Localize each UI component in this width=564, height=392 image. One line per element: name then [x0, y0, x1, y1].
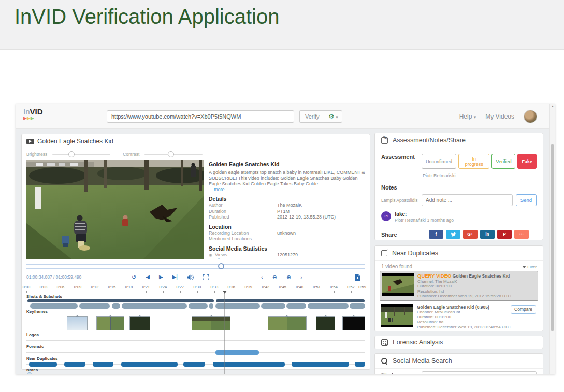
note-marker[interactable]: 1: [26, 372, 33, 374]
app-scrollbar[interactable]: ▲: [549, 104, 555, 374]
keyframe-thumbnail[interactable]: [316, 316, 335, 330]
pan-right-button[interactable]: ›: [300, 274, 302, 280]
add-note-input[interactable]: [422, 194, 513, 206]
assessment-button-unconfirmed[interactable]: Unconfirmed: [422, 154, 456, 169]
assessment-button-verified[interactable]: Verified: [491, 154, 515, 169]
keyframe-thumbnail[interactable]: [129, 316, 150, 330]
timeline-segment[interactable]: [355, 362, 365, 367]
user-avatar[interactable]: [524, 110, 537, 123]
subshots-track-segment[interactable]: [215, 303, 260, 309]
video-url-input[interactable]: [107, 110, 294, 123]
timeline-segment[interactable]: [64, 362, 85, 367]
keyframe-thumbnail[interactable]: [67, 316, 88, 330]
timeline-segment[interactable]: [215, 350, 259, 355]
send-note-button[interactable]: Send: [516, 194, 537, 206]
track-line: [26, 340, 365, 341]
share-googleplus-button[interactable]: G+: [463, 230, 478, 239]
contrast-slider[interactable]: [144, 154, 203, 155]
my-videos-link[interactable]: My Videos: [485, 113, 514, 120]
forensic-analysis-header[interactable]: Forensic Analysis: [375, 336, 543, 349]
scrollbar-thumb[interactable]: [551, 144, 554, 331]
video-scrubber[interactable]: [26, 263, 365, 270]
query-video-resolution: Resolution: hd: [417, 289, 511, 294]
pan-left-button[interactable]: ‹: [261, 274, 263, 280]
subshots-track-segment[interactable]: [209, 303, 213, 309]
social-media-search-header[interactable]: Social Media Search: [375, 354, 543, 369]
assessment-button-in-progress[interactable]: In progress: [458, 154, 489, 169]
timeline-segment[interactable]: [183, 362, 205, 367]
subshots-track-segment[interactable]: [350, 303, 365, 309]
duplicate-video-item[interactable]: Golden Eagle Snatches Kid (0.905) Channe…: [380, 303, 538, 331]
keyframe-thumbnail[interactable]: [96, 316, 124, 330]
query-video-duration: Duration: 00:01:00: [417, 284, 511, 289]
brightness-knob[interactable]: [68, 151, 75, 157]
player-panel: Golden Eagle Snatches Kid Brightness Con…: [21, 134, 370, 370]
social-media-search-panel: Social Media Search Title ✔ Author: [374, 353, 543, 374]
stat-row-value: 12051279: [277, 252, 298, 258]
timeline-segment[interactable]: [93, 362, 114, 367]
share-linkedin-button[interactable]: in: [480, 230, 495, 239]
keyframe-thumbnail[interactable]: [342, 316, 365, 330]
brightness-slider[interactable]: [52, 154, 110, 155]
more-link[interactable]: ... more: [209, 187, 225, 192]
player-video-title: Golden Eagle Snatches Kid: [37, 138, 113, 145]
ruler-tick-label: 0:12: [91, 285, 99, 289]
shots-track-segment[interactable]: [216, 299, 365, 302]
subshots-track-segment[interactable]: [122, 303, 187, 309]
ruler-tick: [26, 291, 27, 293]
volume-button[interactable]: [187, 274, 194, 280]
subshots-track-segment[interactable]: [189, 303, 208, 309]
keyframe-thumbnail[interactable]: [268, 316, 307, 330]
contrast-knob[interactable]: [168, 151, 174, 157]
ruler-tick: [78, 291, 78, 293]
assessment-button-fake[interactable]: Fake: [517, 154, 537, 169]
next-frame-button[interactable]: ▶|: [172, 274, 178, 280]
filter-button[interactable]: Filter: [522, 265, 537, 269]
share-twitter-button[interactable]: [446, 230, 460, 239]
duplicate-video-channel: Channel: MrNuclearCat: [417, 310, 510, 315]
stat-row: ♡Likes24281: [209, 258, 365, 259]
subshots-track-segment[interactable]: [112, 303, 120, 309]
timeline-segment[interactable]: [292, 362, 349, 367]
timeline-segment[interactable]: [29, 362, 57, 367]
play-button[interactable]: ▶: [159, 274, 163, 280]
share-pinterest-button[interactable]: P: [497, 230, 512, 239]
zoom-out-button[interactable]: ⊖: [272, 274, 277, 280]
subshots-track-segment[interactable]: [308, 303, 349, 309]
playhead-marker[interactable]: [223, 291, 227, 294]
invid-logo[interactable]: InVID ▶▶▶: [23, 108, 43, 121]
fullscreen-button[interactable]: [203, 274, 209, 280]
scroll-up-icon[interactable]: ▲: [551, 105, 555, 108]
invid-logo-triangles: ▶▶▶: [23, 116, 43, 121]
share-facebook-button[interactable]: f: [429, 230, 443, 239]
subshots-track-segment[interactable]: [261, 303, 285, 309]
subshots-track-segment[interactable]: [286, 303, 306, 309]
query-video-item[interactable]: QUERY VIDEO Golden Eagle Snatches Kid Ch…: [380, 271, 538, 301]
share-buttons: fG+inP···: [429, 230, 529, 239]
zoom-in-button[interactable]: ⊕: [286, 274, 291, 280]
rewind-button[interactable]: ↺: [132, 274, 136, 280]
timeline-segment[interactable]: [121, 362, 178, 367]
playhead-line[interactable]: [225, 291, 225, 374]
subshots-track-segment[interactable]: [30, 303, 78, 309]
share-more-button[interactable]: ···: [514, 230, 529, 239]
shots-track-segment[interactable]: [27, 299, 214, 302]
segments-track: [26, 350, 365, 356]
subshots-track-segment[interactable]: [79, 303, 110, 309]
ruler-tick-label: 0:03: [40, 285, 48, 289]
export-report-button[interactable]: [355, 274, 360, 281]
social-search-input[interactable]: [422, 371, 537, 374]
stats-list: ◉Views12051279♡Likes24281♡Dislikes4167☆F…: [209, 252, 365, 260]
video-frame[interactable]: [26, 160, 204, 259]
views-icon: ◉: [209, 252, 213, 258]
help-menu[interactable]: Help ▾: [459, 113, 476, 120]
location-row-key: Recording Location: [209, 230, 249, 237]
verify-button[interactable]: Verify: [299, 110, 325, 123]
previous-frame-button[interactable]: ◀: [146, 274, 150, 280]
verify-options-dropdown[interactable]: ⚙ ▾: [325, 110, 342, 123]
timeline-segment[interactable]: [213, 362, 285, 367]
page-header: InVID Verification Application: [0, 0, 564, 50]
scrubber-handle[interactable]: [218, 263, 224, 269]
forensic-analysis-panel[interactable]: Forensic Analysis: [374, 336, 543, 349]
compare-button[interactable]: Compare: [511, 305, 536, 314]
